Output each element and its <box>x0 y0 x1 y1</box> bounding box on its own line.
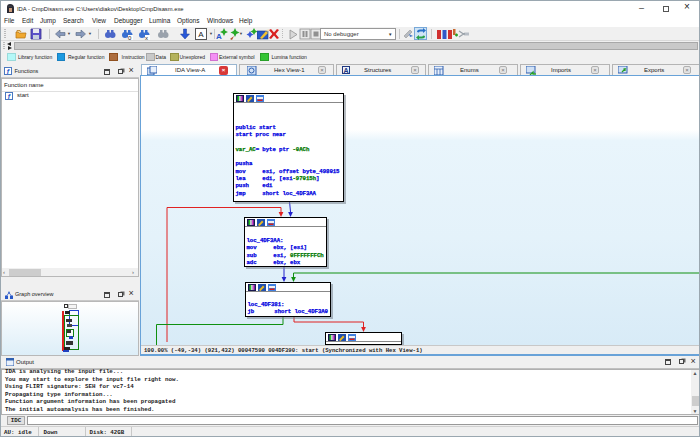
svg-text:x: x <box>145 35 148 41</box>
svg-text:A: A <box>216 32 222 40</box>
